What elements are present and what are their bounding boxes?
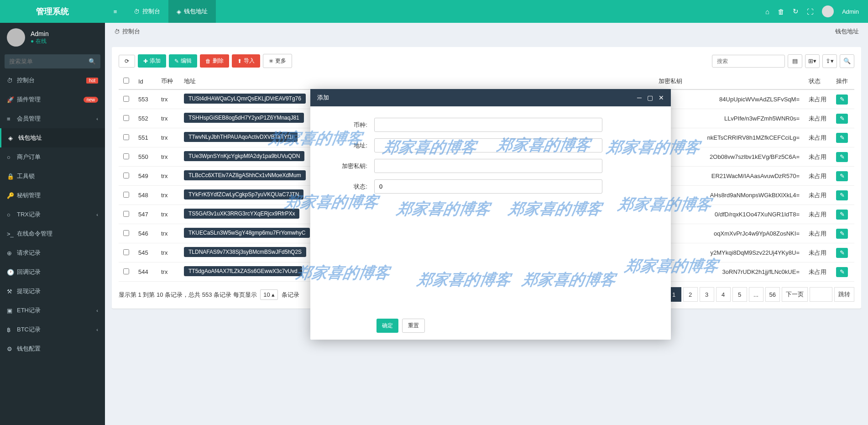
key-input[interactable] [374, 159, 602, 173]
modal-title: 添加 [317, 94, 329, 102]
maximize-icon[interactable]: ▢ [647, 94, 653, 101]
modal-body: 币种: 地址: 加密私钥: 状态: [310, 106, 671, 312]
status-label: 状态: [324, 183, 374, 191]
key-label: 加密私钥: [324, 162, 374, 170]
modal-overlay: 添加 ─ ▢ ✕ 币种: 地址: 加密私钥: 状态: [0, 0, 868, 315]
address-input[interactable] [374, 138, 602, 152]
close-icon[interactable]: ✕ [659, 94, 664, 101]
add-modal: 添加 ─ ▢ ✕ 币种: 地址: 加密私钥: 状态: [310, 89, 671, 315]
coin-input[interactable] [374, 118, 602, 132]
coin-label: 币种: [324, 121, 374, 129]
minimize-icon[interactable]: ─ [637, 94, 642, 101]
status-input[interactable] [374, 179, 602, 194]
modal-header[interactable]: 添加 ─ ▢ ✕ [310, 89, 671, 106]
modal-footer: 确定 重置 [310, 312, 671, 315]
address-label: 地址: [324, 142, 374, 150]
